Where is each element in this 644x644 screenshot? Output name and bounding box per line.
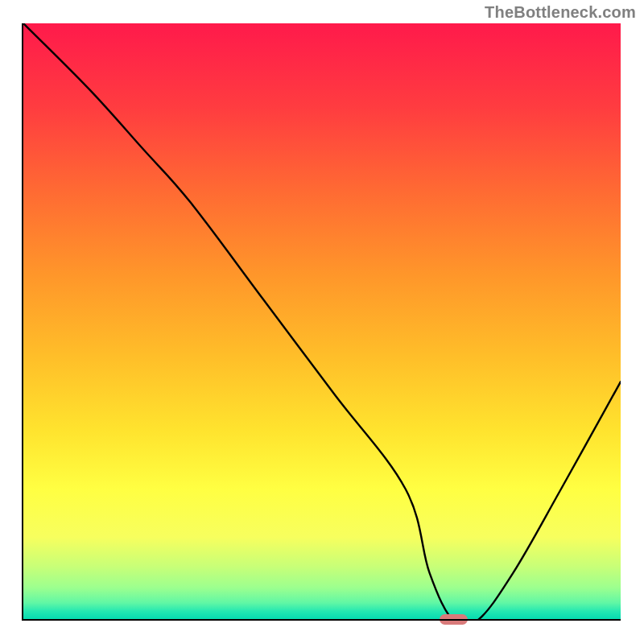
x-axis [23,619,621,621]
watermark-text: TheBottleneck.com [485,3,636,22]
chart-container: TheBottleneck.com [0,0,644,644]
plot-background-gradient [23,23,621,621]
y-axis [22,23,23,621]
